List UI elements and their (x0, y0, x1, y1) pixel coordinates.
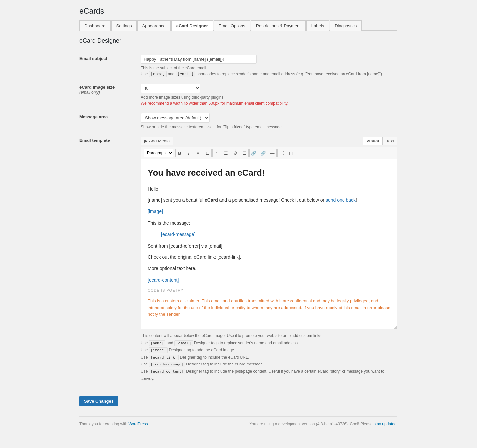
email-template-content: ▶ Add Media Visual Text Paragraph Headin… (141, 137, 398, 382)
editor-optional-text: More optional text here. (148, 265, 391, 272)
editor-line1-bold: eCard (205, 197, 218, 203)
more-button[interactable]: — (268, 149, 277, 157)
image-size-sub-label: (email only) (80, 90, 100, 95)
footer-right-pre: You are using a development version (4.8… (249, 422, 372, 426)
image-size-help-line1: Add more image sizes using third-party p… (141, 95, 225, 100)
blockquote-button[interactable]: “ (212, 149, 221, 157)
link-button[interactable]: 🔗 (249, 149, 258, 157)
message-area-row: Message area Show message area (default)… (80, 113, 398, 130)
template-help-name-email: Use [name] and [email] Designer tags to … (141, 340, 398, 347)
template-help-image: Use [image] Designer tag to add the eCar… (141, 347, 398, 354)
template-ecard-message-code: [ecard-message] (149, 362, 185, 367)
template-email-code: [email] (174, 340, 193, 346)
editor-image-shortcode: [image] (148, 209, 163, 214)
editor-wp-footer: CODE IS POETRY (148, 288, 391, 294)
editor-message-label: This is the message: (148, 219, 391, 227)
image-size-label-text: eCard image size (80, 85, 115, 90)
italic-button[interactable]: I (185, 149, 193, 157)
editor-image-tag: [image] (148, 208, 391, 215)
image-size-help-line2: We recommend a width no wider than 600px… (141, 101, 288, 106)
editor-body[interactable]: You have received an eCard! Hello! [name… (141, 159, 398, 329)
editor-line1: [name] sent you a beautiful eCard and a … (148, 196, 391, 204)
email-subject-content: This is the subject of the eCard email. … (141, 55, 398, 77)
editor-hello: Hello! (148, 185, 391, 193)
tab-email-options[interactable]: Email Options (214, 20, 250, 31)
editor-resize-handle[interactable] (394, 325, 397, 329)
message-area-content: Show message area (default) Hide message… (141, 113, 398, 130)
tab-diagnostics[interactable]: Diagnostics (330, 20, 362, 31)
email-subject-help-line1: This is the subject of the eCard email. (141, 66, 207, 70)
editor-check-out: Check out the original eCard link: [ecar… (148, 253, 391, 261)
message-area-help: Show or hide the message textarea. Use i… (141, 124, 398, 130)
visual-text-tabs: Visual Text (363, 137, 398, 145)
image-size-select[interactable]: full thumbnail medium large (141, 84, 200, 93)
editor-line1-end: ! (356, 197, 357, 203)
unlink-button[interactable]: 🔗 (259, 149, 267, 157)
email-subject-row: Email subject This is the subject of the… (80, 55, 398, 77)
editor-ecard-content: [ecard-content] (148, 276, 391, 284)
send-one-back-link[interactable]: send one back (326, 197, 356, 203)
stay-updated-link[interactable]: stay updated (374, 422, 397, 426)
fullscreen-button[interactable]: ⛶ (277, 149, 286, 157)
footer-left-text: Thank you for creating with (80, 422, 127, 426)
editor-ecard-content-shortcode: [ecard-content] (148, 277, 179, 283)
editor-toolbar-top: ▶ Add Media Visual Text (141, 137, 398, 145)
ol-button[interactable]: 1. (203, 149, 212, 157)
wordpress-link[interactable]: WordPress (128, 422, 148, 426)
message-area-select[interactable]: Show message area (default) Hide message… (141, 113, 210, 123)
email-template-label: Email template (80, 137, 141, 143)
template-help-ecard-message: Use [ecard-message] Designer tag to incl… (141, 361, 398, 368)
template-help-line1: This content will appear below the eCard… (141, 332, 398, 340)
template-image-code: [image] (149, 347, 168, 353)
image-size-help: Add more image sizes using third-party p… (141, 94, 398, 106)
text-tab[interactable]: Text (383, 137, 397, 145)
editor-heading: You have received an eCard! (148, 166, 391, 180)
tab-navigation: Dashboard Settings Appearance eCard Desi… (80, 20, 398, 31)
template-help-ecard-content: Use [ecard-content] Designer tag to incl… (141, 368, 398, 382)
template-help-ecard-link: Use [ecard-link] Designer tag to include… (141, 354, 398, 361)
email-subject-email-code: [email] (176, 71, 196, 77)
tab-labels[interactable]: Labels (306, 20, 329, 31)
email-subject-and: and (168, 72, 174, 76)
email-subject-name-code: [name] (149, 71, 167, 77)
template-name-code: [name] (149, 340, 166, 346)
format-select[interactable]: Paragraph Heading 1 Heading 2 Heading 3 (144, 149, 173, 157)
editor-line1-pre: [name] sent you a beautiful (148, 197, 205, 203)
email-subject-help-line2-pre: Use (141, 72, 148, 76)
image-size-row: eCard image size (email only) full thumb… (80, 84, 398, 106)
align-left-button[interactable]: ☰ (222, 149, 230, 157)
editor-ecard-message: [ecard-message] (161, 231, 391, 238)
add-media-icon: ▶ (144, 139, 148, 143)
bold-button[interactable]: B (175, 149, 184, 157)
email-subject-input[interactable] (141, 55, 257, 64)
tab-ecard-designer[interactable]: eCard Designer (171, 20, 213, 31)
image-size-label: eCard image size (email only) (80, 84, 141, 95)
tab-restrictions-payment[interactable]: Restrictions & Payment (251, 20, 306, 31)
editor-line1-post: and a personalised message! Check it out… (218, 197, 326, 203)
template-help: This content will appear below the eCard… (141, 332, 398, 382)
tab-dashboard[interactable]: Dashboard (80, 20, 111, 31)
template-ecard-link-code: [ecard-link] (149, 355, 179, 360)
page-footer: Thank you for creating with WordPress. Y… (80, 416, 398, 426)
add-media-button[interactable]: ▶ Add Media (141, 137, 173, 145)
email-subject-help-line2-end: shortcodes to replace sender's name and … (197, 72, 383, 76)
app-title: eCards (80, 7, 398, 16)
table-button[interactable]: ◫ (287, 149, 295, 157)
editor-sent-from: Sent from [ecard-referrer] via [email]. (148, 242, 391, 250)
email-template-row: Email template ▶ Add Media Visual Text P… (80, 137, 398, 382)
tab-appearance[interactable]: Appearance (137, 20, 171, 31)
section-title: eCard Designer (80, 37, 398, 48)
ul-button[interactable]: •• (194, 149, 202, 157)
divider (80, 389, 398, 389)
email-subject-label: Email subject (80, 55, 141, 61)
align-center-button[interactable]: ☮ (231, 149, 239, 157)
template-ecard-content-code: [ecard-content] (149, 369, 185, 374)
footer-right: You are using a development version (4.8… (249, 422, 398, 426)
email-subject-help: This is the subject of the eCard email. … (141, 65, 398, 77)
tab-settings[interactable]: Settings (111, 20, 137, 31)
footer-right-end: . (397, 422, 398, 426)
align-right-button[interactable]: ☰ (240, 149, 249, 157)
visual-tab[interactable]: Visual (363, 137, 383, 145)
message-area-label: Message area (80, 113, 141, 119)
save-changes-button[interactable]: Save Changes (80, 396, 118, 406)
